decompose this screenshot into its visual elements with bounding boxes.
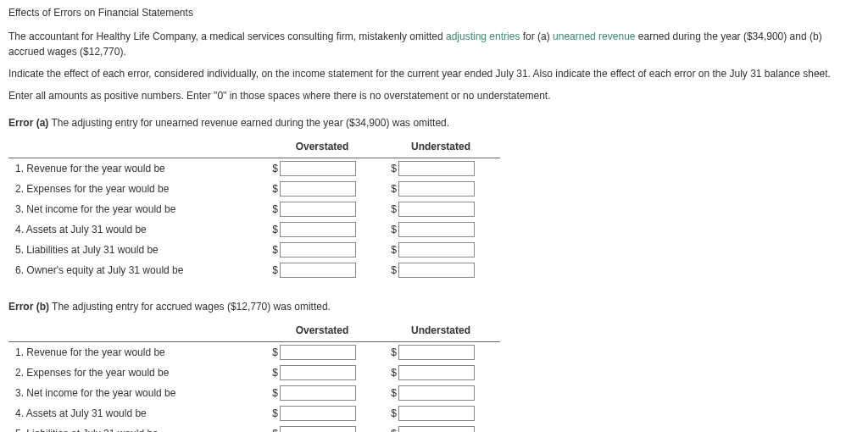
understated-cell: $ [381, 199, 500, 219]
currency-symbol: $ [270, 426, 278, 432]
currency-symbol: $ [388, 406, 397, 421]
understated-input[interactable] [398, 181, 475, 197]
currency-symbol: $ [388, 161, 397, 176]
currency-symbol: $ [388, 426, 397, 432]
currency-symbol: $ [388, 345, 397, 360]
understated-cell: $ [381, 260, 500, 280]
col-header-understated-b: Understated [381, 319, 500, 342]
error-b-body: 1. Revenue for the year would be$$2. Exp… [8, 342, 500, 433]
understated-cell: $ [381, 424, 500, 432]
overstated-cell: $ [263, 158, 381, 180]
col-header-understated-a: Understated [381, 136, 500, 158]
currency-symbol: $ [388, 365, 397, 380]
error-a-label: Error (a) [8, 117, 48, 129]
overstated-input[interactable] [280, 161, 356, 176]
understated-input[interactable] [398, 242, 475, 258]
table-row: 3. Net income for the year would be$$ [8, 199, 500, 219]
table-row: 2. Expenses for the year would be$$ [8, 363, 500, 383]
currency-symbol: $ [270, 202, 278, 217]
understated-cell: $ [381, 342, 500, 363]
row-label: 4. Assets at July 31 would be [8, 403, 263, 424]
col-header-blank-b [8, 319, 263, 342]
currency-symbol: $ [270, 345, 278, 360]
understated-input[interactable] [398, 161, 475, 176]
currency-symbol: $ [270, 161, 278, 176]
table-row: 2. Expenses for the year would be$$ [8, 179, 500, 199]
row-label: 5. Liabilities at July 31 would be [8, 424, 263, 432]
understated-input[interactable] [398, 202, 475, 217]
currency-symbol: $ [388, 181, 397, 197]
intro1-pre: The accountant for Healthy Life Company,… [8, 30, 446, 42]
error-b-table: Overstated Understated 1. Revenue for th… [8, 319, 500, 432]
overstated-input[interactable] [280, 202, 356, 217]
currency-symbol: $ [270, 406, 278, 421]
understated-input[interactable] [398, 406, 475, 421]
understated-cell: $ [381, 403, 500, 424]
row-label: 4. Assets at July 31 would be [8, 219, 263, 240]
overstated-input[interactable] [280, 181, 356, 197]
currency-symbol: $ [388, 202, 397, 217]
error-a-body: 1. Revenue for the year would be$$2. Exp… [8, 158, 500, 281]
overstated-input[interactable] [280, 345, 356, 360]
currency-symbol: $ [270, 181, 278, 197]
col-header-overstated-a: Overstated [263, 136, 381, 158]
understated-cell: $ [381, 240, 500, 260]
currency-symbol: $ [270, 242, 278, 258]
understated-input[interactable] [398, 365, 475, 380]
col-header-blank-a [8, 136, 263, 158]
row-label: 2. Expenses for the year would be [8, 363, 263, 383]
error-b-text: The adjusting entry for accrued wages ($… [49, 301, 331, 313]
understated-cell: $ [381, 179, 500, 199]
overstated-cell: $ [263, 199, 381, 219]
currency-symbol: $ [270, 222, 278, 237]
row-label: 3. Net income for the year would be [8, 199, 263, 219]
overstated-input[interactable] [280, 222, 356, 237]
overstated-cell: $ [263, 260, 381, 280]
table-row: 3. Net income for the year would be$$ [8, 383, 500, 403]
overstated-input[interactable] [280, 365, 356, 380]
row-label: 5. Liabilities at July 31 would be [8, 240, 263, 260]
overstated-cell: $ [263, 424, 381, 432]
table-row: 6. Owner's equity at July 31 would be$$ [8, 260, 500, 280]
table-row: 4. Assets at July 31 would be$$ [8, 403, 500, 424]
error-a-text: The adjusting entry for unearned revenue… [48, 117, 449, 129]
understated-input[interactable] [398, 263, 475, 278]
overstated-cell: $ [263, 179, 381, 199]
currency-symbol: $ [388, 242, 397, 258]
currency-symbol: $ [270, 263, 278, 278]
intro-paragraph-2: Indicate the effect of each error, consi… [8, 66, 860, 81]
row-label: 2. Expenses for the year would be [8, 179, 263, 199]
understated-cell: $ [381, 219, 500, 240]
overstated-cell: $ [263, 363, 381, 383]
overstated-cell: $ [263, 240, 381, 260]
error-a-table: Overstated Understated 1. Revenue for th… [8, 136, 500, 280]
understated-input[interactable] [398, 345, 475, 360]
currency-symbol: $ [270, 365, 278, 380]
link-adjusting-entries[interactable]: adjusting entries [446, 30, 520, 42]
understated-input[interactable] [398, 385, 475, 401]
overstated-input[interactable] [280, 426, 356, 432]
intro-paragraph-3: Enter all amounts as positive numbers. E… [8, 88, 860, 103]
error-b-label: Error (b) [8, 301, 49, 313]
col-header-overstated-b: Overstated [263, 319, 381, 342]
overstated-input[interactable] [280, 263, 356, 278]
overstated-input[interactable] [280, 385, 356, 401]
currency-symbol: $ [388, 263, 397, 278]
overstated-input[interactable] [280, 242, 356, 258]
row-label: 1. Revenue for the year would be [8, 158, 263, 180]
understated-input[interactable] [398, 426, 475, 432]
link-unearned-revenue[interactable]: unearned revenue [553, 30, 635, 42]
row-label: 6. Owner's equity at July 31 would be [8, 260, 263, 280]
table-row: 5. Liabilities at July 31 would be$$ [8, 240, 500, 260]
error-b-heading: Error (b) The adjusting entry for accrue… [8, 299, 860, 314]
table-row: 1. Revenue for the year would be$$ [8, 158, 500, 180]
row-label: 1. Revenue for the year would be [8, 342, 263, 363]
overstated-input[interactable] [280, 406, 356, 421]
understated-input[interactable] [398, 222, 475, 237]
understated-cell: $ [381, 363, 500, 383]
table-row: 5. Liabilities at July 31 would be$$ [8, 424, 500, 432]
understated-cell: $ [381, 383, 500, 403]
intro-paragraph-1: The accountant for Healthy Life Company,… [8, 29, 860, 59]
overstated-cell: $ [263, 219, 381, 240]
table-row: 4. Assets at July 31 would be$$ [8, 219, 500, 240]
